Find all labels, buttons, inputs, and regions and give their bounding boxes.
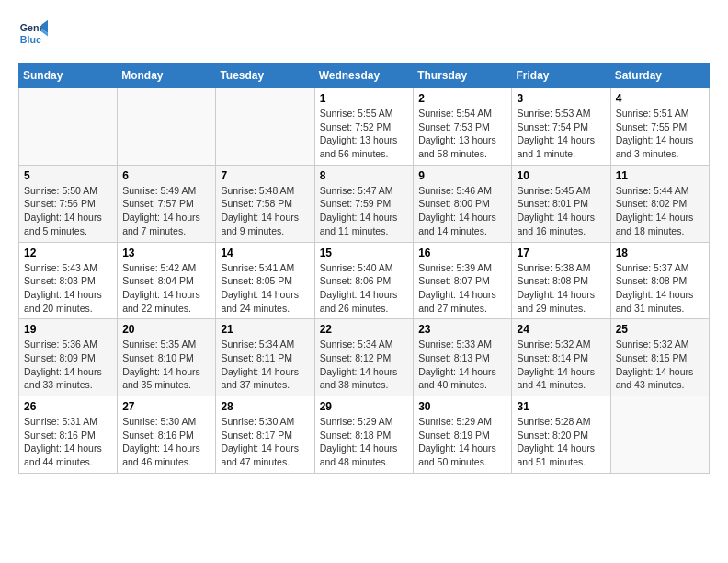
- day-header-wednesday: Wednesday: [314, 63, 414, 88]
- day-info: Sunrise: 5:30 AM Sunset: 8:16 PM Dayligh…: [122, 415, 210, 469]
- day-header-tuesday: Tuesday: [216, 63, 314, 88]
- day-info: Sunrise: 5:42 AM Sunset: 8:04 PM Dayligh…: [122, 261, 210, 316]
- day-info: Sunrise: 5:54 AM Sunset: 7:53 PM Dayligh…: [418, 107, 506, 161]
- calendar-cell: [19, 88, 118, 166]
- day-number: 17: [517, 247, 605, 259]
- calendar-cell: 13Sunrise: 5:42 AM Sunset: 8:04 PM Dayli…: [118, 242, 216, 319]
- day-number: 23: [418, 323, 506, 336]
- calendar-cell: 1Sunrise: 5:55 AM Sunset: 7:52 PM Daylig…: [314, 88, 414, 166]
- day-number: 13: [122, 247, 210, 259]
- day-info: Sunrise: 5:34 AM Sunset: 8:12 PM Dayligh…: [320, 338, 409, 392]
- calendar-cell: 17Sunrise: 5:38 AM Sunset: 8:08 PM Dayli…: [512, 242, 610, 319]
- day-number: 25: [616, 323, 704, 336]
- day-number: 1: [320, 92, 409, 105]
- day-info: Sunrise: 5:40 AM Sunset: 8:06 PM Dayligh…: [320, 261, 409, 316]
- calendar-cell: 8Sunrise: 5:47 AM Sunset: 7:59 PM Daylig…: [314, 165, 414, 242]
- calendar-week-row: 19Sunrise: 5:36 AM Sunset: 8:09 PM Dayli…: [19, 319, 710, 396]
- calendar-cell: 30Sunrise: 5:29 AM Sunset: 8:19 PM Dayli…: [414, 396, 512, 474]
- calendar-cell: 12Sunrise: 5:43 AM Sunset: 8:03 PM Dayli…: [19, 242, 118, 319]
- calendar-cell: [118, 88, 216, 166]
- calendar-week-row: 12Sunrise: 5:43 AM Sunset: 8:03 PM Dayli…: [19, 242, 710, 319]
- day-header-thursday: Thursday: [414, 63, 512, 88]
- calendar-cell: 22Sunrise: 5:34 AM Sunset: 8:12 PM Dayli…: [314, 319, 414, 396]
- day-info: Sunrise: 5:30 AM Sunset: 8:17 PM Dayligh…: [221, 415, 309, 469]
- calendar-cell: 19Sunrise: 5:36 AM Sunset: 8:09 PM Dayli…: [19, 319, 118, 396]
- logo: General Blue: [18, 18, 48, 48]
- day-number: 14: [221, 247, 309, 259]
- day-info: Sunrise: 5:48 AM Sunset: 7:58 PM Dayligh…: [221, 184, 309, 238]
- day-info: Sunrise: 5:31 AM Sunset: 8:16 PM Dayligh…: [24, 415, 112, 469]
- calendar-cell: 25Sunrise: 5:32 AM Sunset: 8:15 PM Dayli…: [610, 319, 709, 396]
- day-info: Sunrise: 5:51 AM Sunset: 7:55 PM Dayligh…: [616, 107, 704, 161]
- calendar-week-row: 1Sunrise: 5:55 AM Sunset: 7:52 PM Daylig…: [19, 88, 710, 166]
- day-number: 10: [517, 169, 605, 182]
- day-info: Sunrise: 5:39 AM Sunset: 8:07 PM Dayligh…: [418, 261, 506, 316]
- day-number: 15: [320, 247, 409, 259]
- calendar-cell: 23Sunrise: 5:33 AM Sunset: 8:13 PM Dayli…: [414, 319, 512, 396]
- day-number: 31: [517, 400, 605, 413]
- calendar-cell: 11Sunrise: 5:44 AM Sunset: 8:02 PM Dayli…: [610, 165, 709, 242]
- day-number: 4: [616, 92, 704, 105]
- day-number: 18: [616, 247, 704, 259]
- day-info: Sunrise: 5:43 AM Sunset: 8:03 PM Dayligh…: [24, 261, 112, 316]
- day-number: 30: [418, 400, 506, 413]
- day-number: 11: [616, 169, 704, 182]
- calendar-cell: 16Sunrise: 5:39 AM Sunset: 8:07 PM Dayli…: [414, 242, 512, 319]
- calendar-cell: [216, 88, 314, 166]
- day-info: Sunrise: 5:34 AM Sunset: 8:11 PM Dayligh…: [221, 338, 309, 392]
- day-number: 26: [24, 400, 112, 413]
- calendar-cell: 28Sunrise: 5:30 AM Sunset: 8:17 PM Dayli…: [216, 396, 314, 474]
- day-header-monday: Monday: [118, 63, 216, 88]
- day-info: Sunrise: 5:29 AM Sunset: 8:18 PM Dayligh…: [320, 415, 409, 469]
- day-number: 3: [517, 92, 605, 105]
- calendar-table: SundayMondayTuesdayWednesdayThursdayFrid…: [18, 63, 710, 474]
- calendar-cell: 20Sunrise: 5:35 AM Sunset: 8:10 PM Dayli…: [118, 319, 216, 396]
- calendar-week-row: 5Sunrise: 5:50 AM Sunset: 7:56 PM Daylig…: [19, 165, 710, 242]
- day-info: Sunrise: 5:36 AM Sunset: 8:09 PM Dayligh…: [24, 338, 112, 392]
- day-info: Sunrise: 5:45 AM Sunset: 8:01 PM Dayligh…: [517, 184, 605, 238]
- calendar-cell: 9Sunrise: 5:46 AM Sunset: 8:00 PM Daylig…: [414, 165, 512, 242]
- calendar-cell: 6Sunrise: 5:49 AM Sunset: 7:57 PM Daylig…: [118, 165, 216, 242]
- calendar-cell: 3Sunrise: 5:53 AM Sunset: 7:54 PM Daylig…: [512, 88, 610, 166]
- day-number: 5: [24, 169, 112, 182]
- calendar-cell: 2Sunrise: 5:54 AM Sunset: 7:53 PM Daylig…: [414, 88, 512, 166]
- day-info: Sunrise: 5:35 AM Sunset: 8:10 PM Dayligh…: [122, 338, 210, 392]
- day-number: 28: [221, 400, 309, 413]
- day-number: 20: [122, 323, 210, 336]
- calendar-cell: 26Sunrise: 5:31 AM Sunset: 8:16 PM Dayli…: [19, 396, 118, 474]
- day-number: 21: [221, 323, 309, 336]
- calendar-week-row: 26Sunrise: 5:31 AM Sunset: 8:16 PM Dayli…: [19, 396, 710, 474]
- day-info: Sunrise: 5:44 AM Sunset: 8:02 PM Dayligh…: [616, 184, 704, 238]
- calendar-cell: 27Sunrise: 5:30 AM Sunset: 8:16 PM Dayli…: [118, 396, 216, 474]
- page-header: General Blue: [18, 18, 710, 48]
- calendar-cell: [610, 396, 709, 474]
- svg-text:Blue: Blue: [20, 34, 41, 45]
- day-info: Sunrise: 5:32 AM Sunset: 8:15 PM Dayligh…: [616, 338, 704, 392]
- calendar-cell: 15Sunrise: 5:40 AM Sunset: 8:06 PM Dayli…: [314, 242, 414, 319]
- day-info: Sunrise: 5:41 AM Sunset: 8:05 PM Dayligh…: [221, 261, 309, 316]
- calendar-cell: 10Sunrise: 5:45 AM Sunset: 8:01 PM Dayli…: [512, 165, 610, 242]
- day-info: Sunrise: 5:47 AM Sunset: 7:59 PM Dayligh…: [320, 184, 409, 238]
- calendar-cell: 14Sunrise: 5:41 AM Sunset: 8:05 PM Dayli…: [216, 242, 314, 319]
- day-info: Sunrise: 5:38 AM Sunset: 8:08 PM Dayligh…: [517, 261, 605, 316]
- day-info: Sunrise: 5:37 AM Sunset: 8:08 PM Dayligh…: [616, 261, 704, 316]
- day-info: Sunrise: 5:55 AM Sunset: 7:52 PM Dayligh…: [320, 107, 409, 161]
- calendar-cell: 24Sunrise: 5:32 AM Sunset: 8:14 PM Dayli…: [512, 319, 610, 396]
- day-number: 27: [122, 400, 210, 413]
- day-number: 8: [320, 169, 409, 182]
- calendar-cell: 7Sunrise: 5:48 AM Sunset: 7:58 PM Daylig…: [216, 165, 314, 242]
- calendar-cell: 18Sunrise: 5:37 AM Sunset: 8:08 PM Dayli…: [610, 242, 709, 319]
- day-number: 16: [418, 247, 506, 259]
- logo-icon: General Blue: [18, 18, 48, 48]
- day-header-saturday: Saturday: [610, 63, 709, 88]
- day-number: 7: [221, 169, 309, 182]
- day-number: 24: [517, 323, 605, 336]
- day-info: Sunrise: 5:49 AM Sunset: 7:57 PM Dayligh…: [122, 184, 210, 238]
- calendar-cell: 31Sunrise: 5:28 AM Sunset: 8:20 PM Dayli…: [512, 396, 610, 474]
- day-number: 9: [418, 169, 506, 182]
- day-number: 22: [320, 323, 409, 336]
- calendar-cell: 5Sunrise: 5:50 AM Sunset: 7:56 PM Daylig…: [19, 165, 118, 242]
- day-info: Sunrise: 5:53 AM Sunset: 7:54 PM Dayligh…: [517, 107, 605, 161]
- day-number: 19: [24, 323, 112, 336]
- day-number: 6: [122, 169, 210, 182]
